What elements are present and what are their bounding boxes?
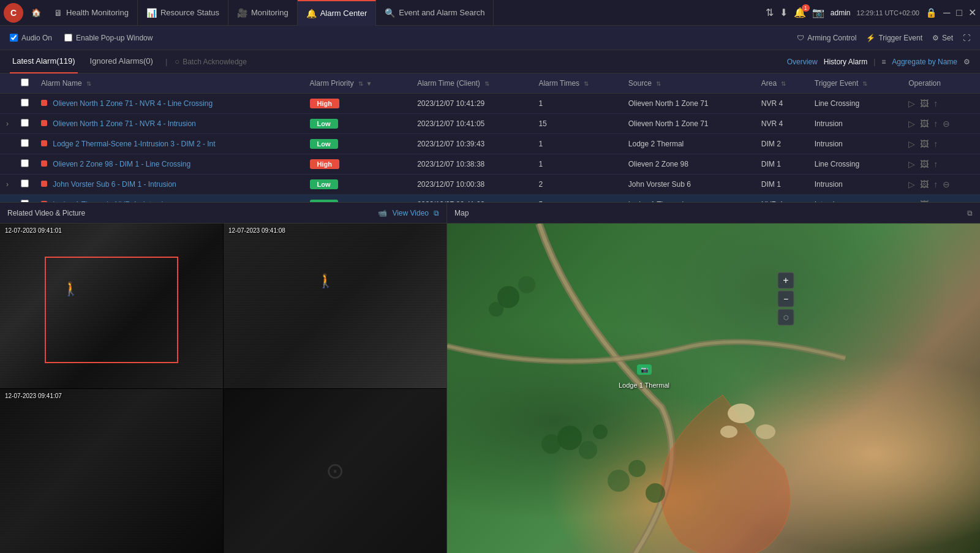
share-icon[interactable]: ↑ xyxy=(933,119,938,129)
view-video-button[interactable]: 📹 View Video ⧉ xyxy=(378,209,439,217)
share-icon[interactable]: ↑ xyxy=(933,139,938,149)
alarm-name-text[interactable]: Olieven 2 Zone 98 - DIM 1 - Line Crossin… xyxy=(53,160,190,168)
share-icon[interactable]: ↑ xyxy=(933,159,938,169)
alarm-name-text[interactable]: John Vorster Sub 6 - DIM 1 - Intrusion xyxy=(53,180,176,189)
table-row[interactable]: Olieven North 1 Zone 71 - NVR 4 - Line C… xyxy=(0,94,980,114)
resource-status-icon: 📊 xyxy=(146,8,157,18)
alarm-name-text[interactable]: Olieven North 1 Zone 71 - NVR 4 - Intrus… xyxy=(53,119,195,128)
history-alarm-link[interactable]: History Alarm xyxy=(824,58,867,66)
alarm-table-container: Alarm Name ⇅ Alarm Priority ⇅ ▼ Alarm Ti… xyxy=(0,73,980,202)
share-icon[interactable]: ↑ xyxy=(933,99,938,108)
aggregate-by-name-link[interactable]: Aggregate by Name xyxy=(892,58,957,66)
popup-checkbox[interactable] xyxy=(64,34,72,42)
row-checkbox[interactable] xyxy=(21,159,29,167)
row-checkbox-cell xyxy=(15,114,35,134)
table-row[interactable]: Lodge 1 Thermal - NVR 4 - Intrusion Low … xyxy=(0,195,980,203)
row-source-cell: Olieven 2 Zone 98 xyxy=(622,154,755,175)
close-icon[interactable]: ✕ xyxy=(968,7,976,18)
tab-event-alarm-search[interactable]: 🔍 Event and Alarm Search xyxy=(376,0,494,26)
play-icon[interactable]: ▷ xyxy=(908,159,915,169)
app-logo[interactable]: C xyxy=(4,3,23,23)
image-icon[interactable]: 🖼 xyxy=(920,99,929,108)
image-icon[interactable]: 🖼 xyxy=(920,159,929,169)
alarm-name-sort-icon[interactable]: ⇅ xyxy=(86,80,91,87)
tab-resource-status[interactable]: 📊 Resource Status xyxy=(138,0,228,26)
download-icon[interactable]: ⬇ xyxy=(780,7,788,18)
play-icon[interactable]: ▷ xyxy=(908,139,915,149)
video-grid: 12-07-2023 09:41:01 🚶 12-07-2023 09:41:0… xyxy=(0,224,447,553)
source-sort-icon[interactable]: ⇅ xyxy=(656,80,661,87)
trigger-sort-icon[interactable]: ⇅ xyxy=(862,80,867,87)
tab-alarm-center[interactable]: 🔔 Alarm Center xyxy=(298,0,377,26)
audio-on-toggle[interactable]: Audio On xyxy=(10,34,52,42)
filter-settings-icon[interactable]: ⚙ xyxy=(963,58,970,66)
image-icon[interactable]: 🖼 xyxy=(920,119,929,129)
priority-filter-icon[interactable]: ▼ xyxy=(366,80,372,87)
priority-badge: High xyxy=(310,159,339,169)
expand-chevron[interactable]: › xyxy=(6,180,9,189)
minus-icon[interactable]: ⊖ xyxy=(943,119,950,129)
camera-icon[interactable]: 📷 xyxy=(812,7,824,18)
set-button[interactable]: ⚙ Set xyxy=(932,34,953,42)
camera-marker[interactable]: 📷 xyxy=(637,364,652,375)
lock-icon[interactable]: 🔒 xyxy=(925,7,937,18)
audio-on-checkbox[interactable] xyxy=(10,34,18,42)
notification-icon[interactable]: 🔔 1 xyxy=(794,7,806,18)
map-content[interactable]: + − ⬡ 📷 Lodge 1 Thermal xyxy=(447,224,980,553)
svg-point-7 xyxy=(608,470,630,492)
image-icon[interactable]: 🖼 xyxy=(920,179,929,189)
row-checkbox[interactable] xyxy=(21,99,29,107)
tab-ignored-alarms[interactable]: Ignored Alarms(0) xyxy=(88,50,156,73)
expand-button[interactable]: ⛶ xyxy=(963,34,970,42)
popup-toggle[interactable]: Enable Pop-up Window xyxy=(64,34,153,42)
video-cell-4[interactable]: ⊙ xyxy=(224,389,447,554)
row-operations-cell: ▷ 🖼 ↑ xyxy=(902,195,980,203)
row-times-cell: 1 xyxy=(532,134,622,154)
expand-chevron[interactable]: › xyxy=(6,119,9,128)
arming-control-button[interactable]: 🛡 Arming Control xyxy=(797,34,856,42)
priority-sort-icon[interactable]: ⇅ xyxy=(358,80,363,87)
alarm-times-sort-icon[interactable]: ⇅ xyxy=(584,80,589,87)
table-row[interactable]: › John Vorster Sub 6 - DIM 1 - Intrusion… xyxy=(0,175,980,195)
maximize-icon[interactable]: □ xyxy=(956,7,962,18)
table-row[interactable]: Lodge 2 Thermal-Scene 1-Intrusion 3 - DI… xyxy=(0,134,980,154)
home-button[interactable]: 🏠 xyxy=(27,4,45,22)
notification-badge: 1 xyxy=(802,4,810,12)
th-area: Area ⇅ xyxy=(755,73,809,94)
minus-icon[interactable]: ⊖ xyxy=(943,179,950,189)
video-cell-1[interactable]: 12-07-2023 09:41:01 🚶 xyxy=(0,224,223,388)
alarm-time-sort-icon[interactable]: ⇅ xyxy=(484,80,489,87)
row-checkbox[interactable] xyxy=(21,139,29,147)
alarm-name-text[interactable]: Olieven North 1 Zone 71 - NVR 4 - Line C… xyxy=(53,99,213,108)
share-icon[interactable]: ↑ xyxy=(933,179,938,189)
image-icon[interactable]: 🖼 xyxy=(920,139,929,149)
play-icon[interactable]: ▷ xyxy=(908,179,915,189)
table-row[interactable]: Olieven 2 Zone 98 - DIM 1 - Line Crossin… xyxy=(0,154,980,175)
video-cell-2[interactable]: 12-07-2023 09:41:08 🚶 xyxy=(224,224,447,388)
row-checkbox-cell xyxy=(15,154,35,175)
transfer-icon[interactable]: ⇅ xyxy=(766,7,774,18)
expand-icon: ⛶ xyxy=(963,34,970,42)
svg-point-11 xyxy=(756,424,775,439)
alarm-name-text[interactable]: Lodge 2 Thermal-Scene 1-Intrusion 3 - DI… xyxy=(53,140,215,148)
row-name-cell: John Vorster Sub 6 - DIM 1 - Intrusion xyxy=(35,175,304,195)
row-checkbox[interactable] xyxy=(21,179,29,187)
area-sort-icon[interactable]: ⇅ xyxy=(781,80,786,87)
row-checkbox[interactable] xyxy=(21,119,29,127)
minimize-icon[interactable]: ─ xyxy=(943,7,950,18)
play-icon[interactable]: ▷ xyxy=(908,119,915,129)
tab-latest-alarm[interactable]: Latest Alarm(119) xyxy=(10,50,78,73)
overview-link[interactable]: Overview xyxy=(787,58,818,66)
row-expand-cell xyxy=(0,154,15,175)
tab-monitoring[interactable]: 🎥 Monitoring xyxy=(228,0,298,26)
time-display: 12:29:11 UTC+02:00 xyxy=(857,9,919,17)
tab-health-monitoring[interactable]: 🖥 Health Monitoring xyxy=(45,0,138,26)
video-timestamp-3: 12-07-2023 09:41:07 xyxy=(5,393,62,399)
table-row[interactable]: › Olieven North 1 Zone 71 - NVR 4 - Intr… xyxy=(0,114,980,134)
play-icon[interactable]: ▷ xyxy=(908,99,915,108)
map-expand-icon[interactable]: ⧉ xyxy=(967,209,973,217)
select-all-checkbox[interactable] xyxy=(21,78,29,86)
trigger-event-button[interactable]: ⚡ Trigger Event xyxy=(866,34,922,42)
row-operations-cell: ▷ 🖼 ↑ xyxy=(902,154,980,175)
video-cell-3[interactable]: 12-07-2023 09:41:07 xyxy=(0,389,223,554)
